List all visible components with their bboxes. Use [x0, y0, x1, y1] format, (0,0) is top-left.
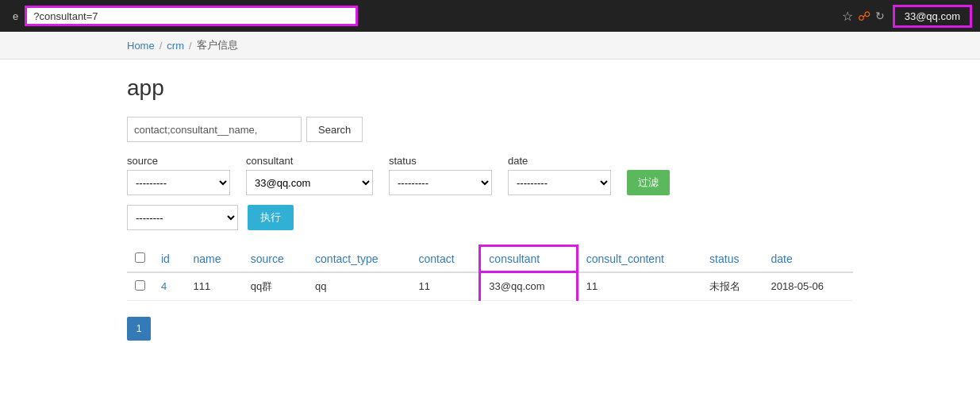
breadcrumb-home[interactable]: Home [127, 40, 155, 52]
select-all-checkbox[interactable] [135, 252, 145, 263]
table-body: 4 111 qq群 qq 11 33@qq.com 11 未报名 2018-05… [127, 272, 853, 301]
status-select[interactable]: --------- [389, 170, 492, 195]
search-row: Search [127, 117, 853, 142]
topbar: e ☆ ☍ ↻ 33@qq.com [0, 0, 980, 32]
page-title: app [127, 75, 853, 101]
consultant-select[interactable]: 33@qq.com [246, 170, 373, 195]
table-row: 4 111 qq群 qq 11 33@qq.com 11 未报名 2018-05… [127, 272, 853, 301]
date-filter-group: date --------- [508, 155, 611, 195]
td-consultant: 33@qq.com [480, 272, 577, 301]
td-source: qq群 [243, 272, 307, 301]
th-consultant: consultant [480, 246, 577, 272]
breadcrumb-bar: Home / crm / 客户信息 [0, 32, 980, 60]
date-select[interactable]: --------- [508, 170, 611, 195]
rss-icon[interactable]: ☍ [858, 9, 870, 24]
th-status: status [701, 246, 763, 272]
th-consult-content: consult_content [577, 246, 701, 272]
filter-row-2: -------- 执行 [127, 205, 853, 230]
topbar-left: e [8, 6, 842, 26]
breadcrumb-sep1: / [159, 40, 163, 52]
user-badge[interactable]: 33@qq.com [893, 5, 972, 28]
breadcrumb-crm[interactable]: crm [167, 40, 184, 52]
data-table: id name source contact_type contact cons… [127, 245, 853, 301]
filter-button[interactable]: 过滤 [627, 170, 670, 195]
status-filter-group: status --------- [389, 155, 492, 195]
search-button[interactable]: Search [306, 117, 363, 142]
th-name: name [186, 246, 243, 272]
main-content: app Search source --------- consultant 3… [0, 60, 980, 356]
td-name: 111 [186, 272, 243, 301]
th-source: source [243, 246, 307, 272]
source-label: source [127, 155, 230, 167]
table-header: id name source contact_type contact cons… [127, 246, 853, 272]
table-header-row: id name source contact_type contact cons… [127, 246, 853, 272]
date-label: date [508, 155, 611, 167]
page-1-button[interactable]: 1 [127, 317, 151, 341]
topbar-icons: ☆ ☍ ↻ [842, 9, 885, 24]
breadcrumb-current: 客户信息 [197, 38, 238, 52]
th-date: date [763, 246, 853, 272]
td-id: 4 [153, 272, 186, 301]
row-id-link[interactable]: 4 [161, 280, 167, 292]
td-status: 未报名 [701, 272, 763, 301]
refresh-icon[interactable]: ↻ [875, 10, 885, 22]
filter-row-1: source --------- consultant 33@qq.com st… [127, 155, 853, 195]
source-select[interactable]: --------- [127, 170, 230, 195]
action-select[interactable]: -------- [127, 205, 238, 230]
nav-label: e [13, 10, 18, 22]
breadcrumb-sep2: / [189, 40, 192, 52]
execute-button[interactable]: 执行 [248, 205, 294, 230]
status-label: status [389, 155, 492, 167]
pagination: 1 [127, 317, 853, 341]
th-checkbox [127, 246, 153, 272]
search-input[interactable] [127, 117, 302, 142]
consultant-label: consultant [246, 155, 373, 167]
td-row-checkbox [127, 272, 153, 301]
td-consult-content: 11 [577, 272, 701, 301]
td-contact: 11 [410, 272, 479, 301]
td-date: 2018-05-06 [763, 272, 853, 301]
breadcrumb: Home / crm / 客户信息 [127, 38, 853, 52]
td-contact-type: qq [307, 272, 410, 301]
th-contact-type: contact_type [307, 246, 410, 272]
source-filter-group: source --------- [127, 155, 230, 195]
star-icon[interactable]: ☆ [842, 9, 853, 24]
consultant-filter-group: consultant 33@qq.com [246, 155, 373, 195]
url-bar[interactable] [25, 6, 358, 26]
th-contact: contact [410, 246, 479, 272]
user-email: 33@qq.com [905, 10, 960, 22]
row-checkbox[interactable] [135, 280, 145, 291]
th-id: id [153, 246, 186, 272]
